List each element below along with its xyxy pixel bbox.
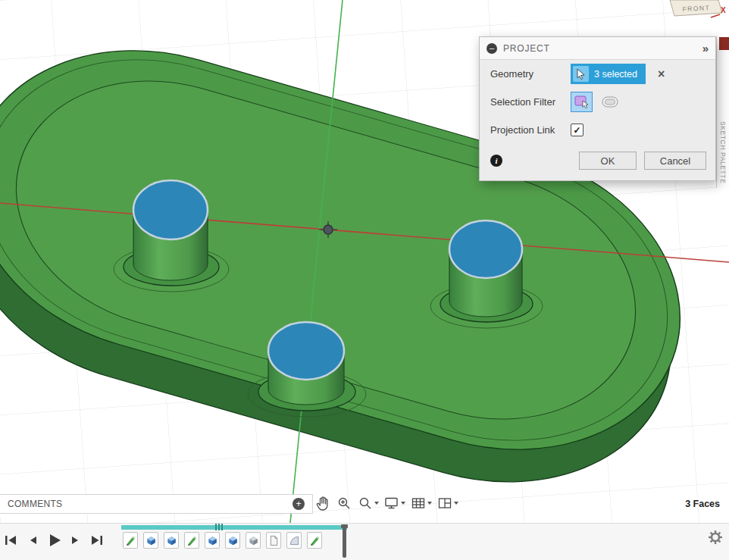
timeline-feature-extrude[interactable] [164, 532, 179, 549]
zoom-tool-button[interactable] [355, 493, 381, 513]
viewcube-axis-x-marker [719, 37, 729, 50]
project-dialog: – PROJECT » Geometry 3 selected × Select… [479, 36, 716, 181]
sketch-palette-tab[interactable]: SKETCH PALETTE [716, 36, 729, 188]
viewport-layout-caret[interactable] [454, 502, 458, 505]
zoom-fit-button[interactable] [333, 493, 355, 513]
play-button[interactable] [45, 533, 62, 548]
go-to-end-button[interactable] [88, 533, 105, 548]
x-axis-indicator-line [711, 14, 720, 17]
selected-face-bottom[interactable] [268, 322, 344, 380]
selected-face-right[interactable] [449, 221, 522, 278]
viewport-nav-toolbar [312, 492, 461, 515]
viewport-layout-button[interactable] [434, 493, 461, 513]
collapse-chevrons-icon[interactable]: » [702, 42, 709, 55]
timeline-bar [0, 523, 729, 560]
timeline-feature-extrude[interactable] [205, 532, 220, 549]
ok-button[interactable]: OK [579, 152, 637, 170]
timeline-group-grip[interactable] [215, 524, 223, 530]
step-back-button[interactable] [24, 533, 41, 548]
playback-controls [3, 533, 105, 548]
step-forward-button[interactable] [67, 533, 83, 548]
clear-selection-button[interactable]: × [658, 67, 665, 81]
projection-link-label: Projection Link [490, 124, 571, 136]
filter-bodies-button[interactable] [599, 92, 621, 112]
timeline-feature-document[interactable] [266, 532, 281, 549]
timeline-feature-extrude[interactable] [143, 532, 158, 549]
timeline-feature-fillet[interactable] [286, 532, 302, 549]
timeline-feature-sketch[interactable] [307, 532, 322, 549]
timeline-feature-sketch[interactable] [184, 532, 199, 549]
dialog-header[interactable]: – PROJECT » [480, 37, 715, 60]
timeline-group-bar[interactable] [121, 525, 347, 530]
viewcube[interactable]: FRONT X [670, 0, 726, 17]
timeline-feature-extrude[interactable] [225, 532, 240, 549]
selection-status: 3 Faces [685, 499, 720, 509]
info-icon[interactable]: i [490, 155, 502, 167]
timeline-feature-sketch[interactable] [123, 532, 138, 549]
dialog-footer: i OK Cancel [480, 144, 715, 180]
dialog-title: PROJECT [503, 43, 550, 54]
geometry-label: Geometry [490, 68, 571, 80]
grid-settings-button[interactable] [408, 493, 434, 513]
sketch-palette-label: SKETCH PALETTE [719, 121, 727, 188]
cursor-select-icon [573, 66, 589, 82]
display-settings-button[interactable] [381, 493, 408, 513]
projection-link-checkbox[interactable]: ✓ [571, 124, 584, 136]
timeline-position-marker[interactable] [343, 524, 346, 558]
geometry-selection-count: 3 selected [594, 69, 637, 80]
projection-link-row: Projection Link ✓ [480, 116, 715, 144]
cancel-button[interactable]: Cancel [644, 152, 706, 170]
checkmark-icon: ✓ [573, 126, 580, 135]
viewcube-x-axis-label: X [721, 6, 726, 14]
pan-tool-button[interactable] [312, 493, 333, 513]
comments-bar[interactable]: COMMENTS + [0, 494, 313, 514]
comments-label: COMMENTS [8, 499, 62, 509]
geometry-row: Geometry 3 selected × [480, 60, 715, 88]
add-comment-button[interactable]: + [293, 498, 305, 510]
geometry-selection-chip[interactable]: 3 selected [571, 64, 646, 84]
selected-face-left[interactable] [133, 180, 208, 239]
selection-filter-label: Selection Filter [490, 96, 571, 108]
timeline-feature-pattern[interactable] [246, 532, 261, 549]
display-settings-caret[interactable] [401, 502, 405, 505]
viewcube-face-label: FRONT [682, 4, 710, 13]
timeline-settings-gear-icon[interactable] [708, 530, 723, 548]
filter-specified-entities-button[interactable] [571, 92, 593, 112]
timeline-track[interactable] [123, 532, 322, 549]
dialog-grip-icon[interactable]: – [487, 43, 497, 54]
zoom-dropdown-caret[interactable] [374, 502, 379, 505]
selection-filter-row: Selection Filter [480, 88, 715, 116]
go-to-start-button[interactable] [3, 533, 20, 548]
grid-settings-caret[interactable] [427, 502, 432, 505]
